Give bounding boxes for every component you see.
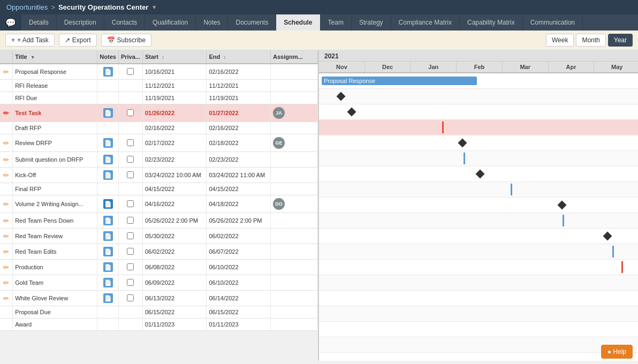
- year-view-button[interactable]: Year: [608, 34, 633, 47]
- edit-icon[interactable]: ✏: [3, 248, 9, 256]
- month-view-button[interactable]: Month: [576, 34, 605, 47]
- add-task-button[interactable]: + + Add Task: [5, 34, 55, 47]
- start-cell: 02/17/2022: [142, 134, 207, 152]
- title-cell: RFI Release: [13, 80, 97, 92]
- edit-cell: [0, 122, 13, 134]
- private-checkbox[interactable]: [127, 109, 134, 116]
- chat-icon[interactable]: 💬: [0, 14, 21, 31]
- private-cell: [118, 80, 142, 92]
- private-checkbox[interactable]: [127, 232, 134, 239]
- title-cell: Proposal Due: [13, 306, 97, 318]
- start-cell: 06/02/2022: [142, 244, 207, 260]
- gantt-line: [511, 184, 512, 195]
- private-checkbox[interactable]: [127, 139, 134, 146]
- table-row: RFI Due11/19/202111/19/2021: [0, 92, 318, 104]
- tab-details[interactable]: Details: [21, 14, 57, 31]
- private-checkbox[interactable]: [127, 279, 134, 286]
- private-checkbox[interactable]: [127, 217, 134, 224]
- edit-cell: ✏: [0, 64, 13, 80]
- tab-documents[interactable]: Documents: [228, 14, 276, 31]
- edit-icon[interactable]: ✏: [3, 217, 9, 225]
- private-cell: [118, 318, 142, 331]
- gantt-row: [319, 260, 638, 275]
- end-cell: 02/18/2022: [207, 134, 271, 152]
- assignee-cell: [270, 168, 317, 183]
- assignee-cell: [270, 318, 317, 331]
- doc-icon[interactable]: 📄: [103, 138, 113, 148]
- doc-icon[interactable]: 📄: [103, 278, 113, 287]
- private-checkbox[interactable]: [127, 68, 134, 75]
- col-title-header[interactable]: Title ▼: [13, 50, 97, 64]
- end-cell: 11/19/2021: [207, 92, 271, 104]
- doc-icon[interactable]: 📄: [103, 293, 113, 303]
- gantt-row: [319, 337, 638, 353]
- tab-compliance-matrix[interactable]: Compliance Matrix: [391, 14, 460, 31]
- start-cell: 11/12/2021: [142, 80, 207, 92]
- tab-description[interactable]: Description: [57, 14, 104, 31]
- tab-contacts[interactable]: Contacts: [104, 14, 145, 31]
- gantt-diamond: [603, 232, 612, 241]
- tab-capability-matrix[interactable]: Capability Matrix: [460, 14, 523, 31]
- breadcrumb-arrow[interactable]: ▼: [151, 4, 157, 10]
- doc-icon[interactable]: 📄: [103, 247, 113, 256]
- col-start-header[interactable]: Start ↕: [142, 50, 207, 64]
- edit-icon[interactable]: ✏: [3, 200, 9, 208]
- gantt-row: [319, 244, 638, 260]
- private-cell: [118, 168, 142, 183]
- end-cell: 05/26/2022 2:00 PM: [207, 213, 271, 229]
- week-view-button[interactable]: Week: [546, 34, 574, 47]
- edit-icon[interactable]: ✏: [3, 279, 9, 287]
- private-checkbox[interactable]: [127, 171, 134, 178]
- assignee-cell: [270, 306, 317, 318]
- edit-icon[interactable]: ✏: [3, 171, 9, 179]
- export-button[interactable]: ↗ Export: [59, 34, 97, 47]
- private-checkbox[interactable]: [127, 294, 134, 301]
- breadcrumb-current: Security Operations Center: [58, 3, 148, 11]
- edit-cell: [0, 80, 13, 92]
- edit-icon[interactable]: ✏: [3, 294, 9, 302]
- title-cell: Award: [13, 318, 97, 331]
- doc-icon[interactable]: 📄: [103, 216, 113, 225]
- title-cell: Final RFP: [13, 183, 97, 195]
- tab-schedule[interactable]: Schedule: [276, 14, 320, 31]
- tab-strategy[interactable]: Strategy: [352, 14, 391, 31]
- start-cell: 06/08/2022: [142, 260, 207, 275]
- gantt-bar[interactable]: Proposal Response: [322, 77, 477, 85]
- private-checkbox[interactable]: [127, 156, 134, 163]
- edit-icon[interactable]: ✏: [3, 139, 9, 147]
- edit-icon[interactable]: ✏: [3, 156, 9, 164]
- private-checkbox[interactable]: [127, 248, 134, 255]
- doc-icon[interactable]: 📄: [103, 199, 113, 209]
- tab-communication[interactable]: Communication: [523, 14, 583, 31]
- doc-icon[interactable]: 📄: [103, 231, 113, 241]
- doc-icon[interactable]: 📄: [103, 262, 113, 272]
- table-row: ✏Kick-Off📄03/24/2022 10:00 AM03/24/2022 …: [0, 168, 318, 183]
- gantt-month-mar: Mar: [503, 62, 549, 72]
- end-cell: 02/16/2022: [207, 64, 271, 80]
- start-cell: 06/13/2022: [142, 291, 207, 306]
- edit-icon[interactable]: ✏: [3, 109, 9, 117]
- doc-icon[interactable]: 📄: [103, 67, 113, 77]
- subscribe-button[interactable]: 📅 Subscribe: [101, 34, 151, 47]
- private-checkbox[interactable]: [127, 263, 134, 270]
- doc-icon[interactable]: 📄: [103, 108, 113, 118]
- gantt-row: [319, 104, 638, 120]
- doc-icon[interactable]: 📄: [103, 170, 113, 180]
- table-row: ✏White Glove Review📄06/13/202206/14/2022: [0, 291, 318, 306]
- edit-icon[interactable]: ✏: [3, 263, 9, 271]
- tab-qualification[interactable]: Qualification: [145, 14, 196, 31]
- tab-notes[interactable]: Notes: [196, 14, 228, 31]
- breadcrumb-parent[interactable]: Opportunities: [6, 3, 48, 11]
- tab-team[interactable]: Team: [321, 14, 352, 31]
- gantt-line: [621, 261, 623, 273]
- assignee-cell: GE: [270, 134, 317, 152]
- edit-icon[interactable]: ✏: [3, 68, 9, 76]
- help-button[interactable]: ● Help: [601, 345, 633, 359]
- col-end-header[interactable]: End ↕: [207, 50, 271, 64]
- edit-icon[interactable]: ✏: [3, 232, 9, 240]
- private-cell: [118, 183, 142, 195]
- title-cell: Volume 2 Writing Assign...: [13, 195, 97, 213]
- doc-icon[interactable]: 📄: [103, 155, 113, 164]
- private-checkbox[interactable]: [127, 200, 134, 207]
- gantt-inner: 2021 Nov Dec Jan Feb Mar Apr May Proposa…: [319, 50, 638, 353]
